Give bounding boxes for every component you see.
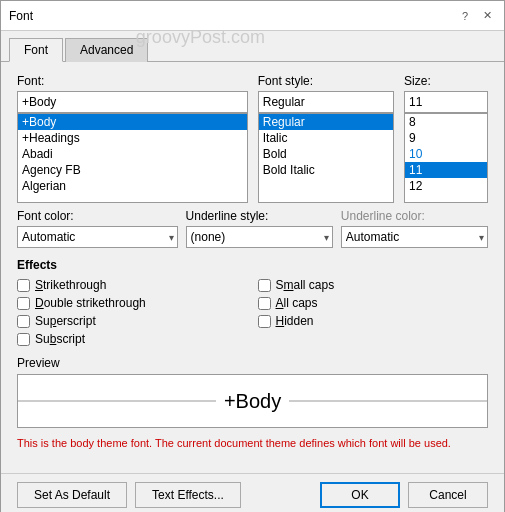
list-item[interactable]: Italic — [259, 130, 393, 146]
all-caps-item: All caps — [258, 296, 489, 310]
tab-font[interactable]: Font — [9, 38, 63, 62]
watermark: groovyPost.com — [136, 27, 265, 48]
font-dialog: Font ? ✕ Font Advanced groovyPost.com Fo… — [0, 0, 505, 512]
small-caps-item: Small caps — [258, 278, 489, 292]
subscript-label: Subscript — [35, 332, 85, 346]
list-item[interactable]: Algerian — [18, 178, 247, 194]
ok-button[interactable]: OK — [320, 482, 400, 508]
preview-line-left — [18, 401, 216, 402]
font-size-list[interactable]: 8 9 10 11 12 — [405, 114, 487, 202]
strikethrough-label: Strikethrough — [35, 278, 106, 292]
list-item[interactable]: 10 — [405, 146, 487, 162]
font-style-list-wrapper: Regular Italic Bold Bold Italic — [258, 113, 394, 203]
font-size-label: Size: — [404, 74, 488, 88]
preview-line-right — [289, 401, 487, 402]
small-caps-checkbox[interactable] — [258, 279, 271, 292]
preview-title: Preview — [17, 356, 488, 370]
hidden-checkbox[interactable] — [258, 315, 271, 328]
font-size-list-wrapper: 8 9 10 11 12 — [404, 113, 488, 203]
effects-title: Effects — [17, 258, 488, 272]
preview-section: Preview +Body — [17, 356, 488, 428]
strikethrough-item: Strikethrough — [17, 278, 248, 292]
preview-text: +Body — [216, 390, 289, 413]
hidden-label: Hidden — [276, 314, 314, 328]
font-name-input[interactable] — [17, 91, 248, 113]
font-style-list[interactable]: Regular Italic Bold Bold Italic — [259, 114, 393, 202]
help-button[interactable]: ? — [456, 7, 474, 25]
double-strikethrough-checkbox[interactable] — [17, 297, 30, 310]
subscript-item: Subscript — [17, 332, 248, 346]
list-item[interactable]: Regular — [259, 114, 393, 130]
double-strikethrough-item: Double strikethrough — [17, 296, 248, 310]
font-color-label: Font color: — [17, 209, 178, 223]
dialog-footer: Set As Default Text Effects... OK Cancel — [1, 473, 504, 512]
superscript-item: Superscript — [17, 314, 248, 328]
font-name-list[interactable]: +Body +Headings Abadi Agency FB Algerian — [18, 114, 247, 202]
font-fields-row: Font: +Body +Headings Abadi Agency FB Al… — [17, 74, 488, 203]
subscript-checkbox[interactable] — [17, 333, 30, 346]
dialog-title: Font — [9, 9, 33, 23]
font-style-group: Font style: Regular Italic Bold Bold Ita… — [258, 74, 394, 203]
set-default-button[interactable]: Set As Default — [17, 482, 127, 508]
underline-style-group: Underline style: (none) — [186, 209, 333, 248]
description-text: This is the body theme font. The current… — [17, 436, 488, 451]
list-item[interactable]: 9 — [405, 130, 487, 146]
preview-lines: +Body — [18, 390, 487, 413]
tab-advanced[interactable]: Advanced — [65, 38, 148, 62]
font-size-group: Size: 8 9 10 11 12 — [404, 74, 488, 203]
tab-bar: Font Advanced groovyPost.com — [1, 31, 504, 62]
underline-color-group: Underline color: Automatic — [341, 209, 488, 248]
font-name-group: Font: +Body +Headings Abadi Agency FB Al… — [17, 74, 248, 203]
hidden-item: Hidden — [258, 314, 489, 328]
list-item[interactable]: 11 — [405, 162, 487, 178]
close-button[interactable]: ✕ — [478, 7, 496, 25]
footer-right-buttons: OK Cancel — [320, 482, 488, 508]
list-item[interactable]: Agency FB — [18, 162, 247, 178]
underline-color-dropdown[interactable]: Automatic — [341, 226, 488, 248]
underline-style-dropdown[interactable]: (none) — [186, 226, 333, 248]
text-effects-button[interactable]: Text Effects... — [135, 482, 241, 508]
superscript-label: Superscript — [35, 314, 96, 328]
footer-left-buttons: Set As Default Text Effects... — [17, 482, 241, 508]
font-color-dropdown-container: Automatic — [17, 226, 178, 248]
font-style-input[interactable] — [258, 91, 394, 113]
font-color-group: Font color: Automatic — [17, 209, 178, 248]
all-caps-label: All caps — [276, 296, 318, 310]
effects-right-col: Small caps All caps Hidden — [258, 278, 489, 346]
double-strikethrough-label: Double strikethrough — [35, 296, 146, 310]
list-item[interactable]: Bold Italic — [259, 162, 393, 178]
font-name-label: Font: — [17, 74, 248, 88]
title-bar: Font ? ✕ — [1, 1, 504, 31]
font-style-label: Font style: — [258, 74, 394, 88]
dialog-content: Font: +Body +Headings Abadi Agency FB Al… — [1, 62, 504, 473]
list-item[interactable]: Bold — [259, 146, 393, 162]
font-color-dropdown[interactable]: Automatic — [17, 226, 178, 248]
list-item[interactable]: +Body — [18, 114, 247, 130]
font-name-list-wrapper: +Body +Headings Abadi Agency FB Algerian — [17, 113, 248, 203]
preview-box: +Body — [17, 374, 488, 428]
small-caps-label: Small caps — [276, 278, 335, 292]
color-row: Font color: Automatic Underline style: (… — [17, 209, 488, 248]
title-controls: ? ✕ — [456, 7, 496, 25]
effects-section: Effects Strikethrough Double strikethrou… — [17, 258, 488, 346]
strikethrough-checkbox[interactable] — [17, 279, 30, 292]
underline-color-label: Underline color: — [341, 209, 488, 223]
underline-style-dropdown-container: (none) — [186, 226, 333, 248]
effects-left-col: Strikethrough Double strikethrough Super… — [17, 278, 248, 346]
font-size-input[interactable] — [404, 91, 488, 113]
superscript-checkbox[interactable] — [17, 315, 30, 328]
cancel-button[interactable]: Cancel — [408, 482, 488, 508]
underline-style-label: Underline style: — [186, 209, 333, 223]
list-item[interactable]: 12 — [405, 178, 487, 194]
list-item[interactable]: Abadi — [18, 146, 247, 162]
all-caps-checkbox[interactable] — [258, 297, 271, 310]
effects-grid: Strikethrough Double strikethrough Super… — [17, 278, 488, 346]
list-item[interactable]: +Headings — [18, 130, 247, 146]
list-item[interactable]: 8 — [405, 114, 487, 130]
underline-color-dropdown-container: Automatic — [341, 226, 488, 248]
